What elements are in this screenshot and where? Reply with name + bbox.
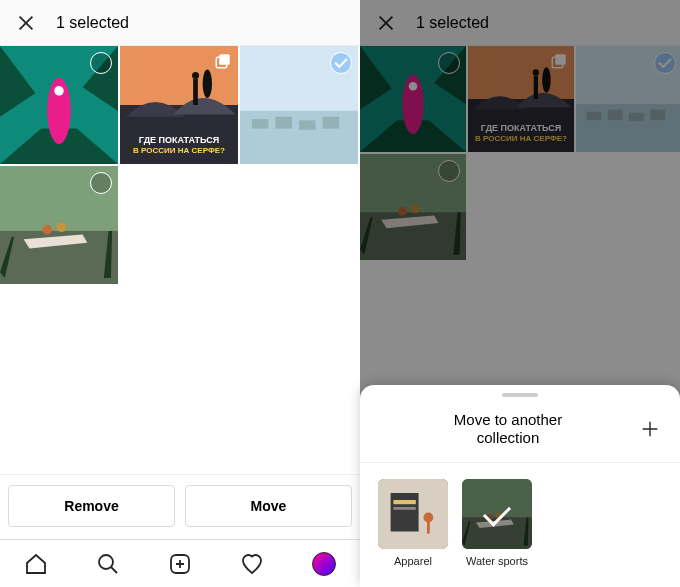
drag-handle[interactable]	[502, 393, 538, 397]
svg-rect-15	[323, 117, 340, 129]
remove-button[interactable]: Remove	[8, 485, 175, 527]
svg-rect-43	[391, 493, 419, 532]
svg-rect-48	[462, 479, 532, 518]
svg-rect-12	[252, 119, 269, 128]
collection-item[interactable]: Water sports	[462, 479, 532, 567]
svg-rect-10	[240, 46, 358, 111]
collection-label: Water sports	[462, 555, 532, 567]
thumbnail[interactable]	[0, 166, 118, 284]
svg-rect-8	[219, 54, 230, 65]
svg-point-7	[203, 70, 212, 98]
home-icon[interactable]	[24, 552, 48, 576]
profile-icon[interactable]	[312, 552, 336, 576]
multi-photo-icon	[214, 52, 232, 70]
collection-label: Apparel	[378, 555, 448, 567]
svg-point-18	[42, 225, 51, 234]
selection-circle-icon	[330, 52, 352, 74]
close-icon[interactable]	[14, 11, 38, 35]
svg-point-19	[57, 223, 66, 232]
bottom-sheet: Move to anothercollection ApparelWater s…	[360, 385, 680, 588]
svg-point-6	[192, 72, 199, 79]
svg-rect-14	[299, 120, 316, 129]
selection-circle-icon	[90, 52, 112, 74]
left-pane: 1 selected ГДЕ ПОКАТАТЬСЯВ РОССИИ НА СЕР…	[0, 0, 360, 587]
move-button[interactable]: Move	[185, 485, 352, 527]
svg-rect-47	[427, 521, 430, 534]
thumbnail-caption: ГДЕ ПОКАТАТЬСЯВ РОССИИ НА СЕРФЕ?	[124, 136, 234, 156]
sheet-title: Move to anothercollection	[378, 411, 638, 449]
collection-thumbnail	[462, 479, 532, 549]
thumbnail[interactable]: ГДЕ ПОКАТАТЬСЯВ РОССИИ НА СЕРФЕ?	[120, 46, 238, 164]
svg-rect-45	[393, 507, 415, 510]
header-title: 1 selected	[56, 14, 129, 32]
search-icon[interactable]	[96, 552, 120, 576]
right-pane: 1 selected ГДЕ ПОКАТАТЬСЯВ РОССИИ НА СЕР…	[360, 0, 680, 587]
svg-point-46	[424, 513, 434, 523]
thumbnail-grid: ГДЕ ПОКАТАТЬСЯВ РОССИИ НА СЕРФЕ?	[0, 46, 360, 284]
collection-thumbnail	[378, 479, 448, 549]
svg-point-2	[54, 86, 63, 95]
action-bar: Remove Move	[0, 474, 360, 537]
collection-item[interactable]: Apparel	[378, 479, 448, 567]
thumbnail[interactable]	[240, 46, 358, 164]
avatar	[312, 552, 336, 576]
tab-bar	[0, 539, 360, 587]
svg-point-51	[496, 513, 502, 519]
thumbnail[interactable]	[0, 46, 118, 164]
svg-rect-11	[240, 111, 358, 164]
svg-rect-44	[393, 500, 415, 504]
selection-circle-icon	[90, 172, 112, 194]
svg-point-50	[487, 514, 493, 520]
plus-icon[interactable]	[638, 417, 662, 441]
header: 1 selected	[0, 0, 360, 46]
collections-row: ApparelWater sports	[360, 463, 680, 567]
svg-point-20	[99, 555, 113, 569]
svg-rect-13	[275, 117, 292, 129]
svg-rect-49	[462, 518, 532, 550]
activity-icon[interactable]	[240, 552, 264, 576]
svg-rect-5	[193, 79, 198, 105]
new-post-icon[interactable]	[168, 552, 192, 576]
